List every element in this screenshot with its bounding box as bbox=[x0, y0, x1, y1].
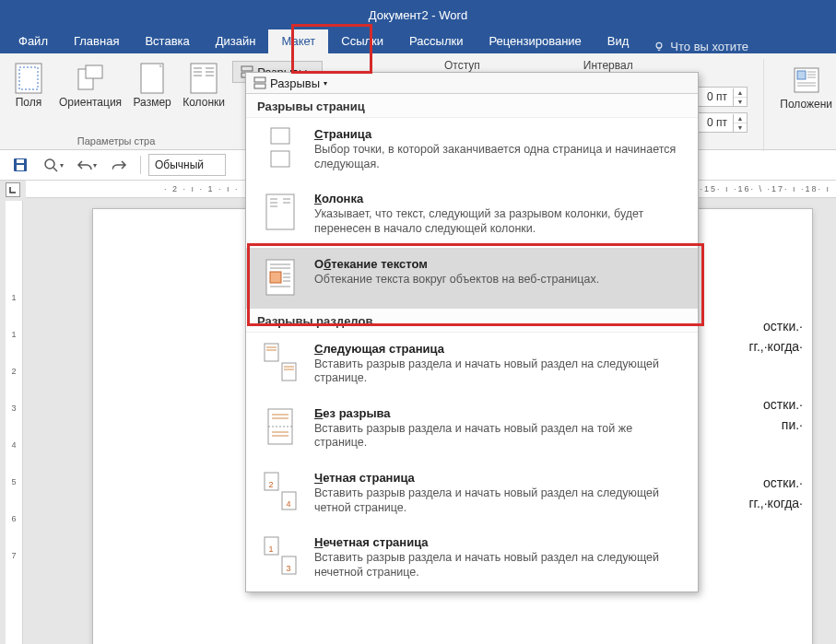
svg-rect-46 bbox=[282, 363, 296, 381]
tell-me-label: Что вы хотите bbox=[670, 40, 748, 53]
tab-file[interactable]: Файл bbox=[6, 29, 61, 53]
menu-item-title: Обтекание текстом bbox=[314, 257, 599, 271]
menu-item-page-break[interactable]: Страница Выбор точки, в которой заканчив… bbox=[246, 118, 698, 182]
tab-layout[interactable]: Макет bbox=[268, 29, 328, 53]
window-title-bar: Документ2 - Word bbox=[0, 0, 836, 29]
text-wrapping-icon bbox=[263, 257, 298, 298]
margins-icon bbox=[13, 63, 44, 94]
menu-item-description: Вставить разрыв раздела и начать новый р… bbox=[314, 422, 683, 451]
tab-review[interactable]: Рецензирование bbox=[476, 29, 594, 53]
style-selector[interactable]: Обычный bbox=[148, 154, 226, 176]
tell-me-search[interactable]: Что вы хотите bbox=[642, 40, 748, 53]
document-visible-text: остки.· гг.,·когда· остки.· пи.· остки.·… bbox=[748, 316, 803, 513]
redo-button[interactable] bbox=[107, 154, 133, 176]
menu-item-description: Указывает, что текст, следующий за разры… bbox=[314, 207, 683, 236]
orientation-icon bbox=[75, 63, 106, 94]
menu-item-even-page-section[interactable]: 24 Четная страница Вставить разрыв разде… bbox=[246, 462, 698, 526]
menu-item-description: Обтекание текста вокруг объектов на веб-… bbox=[314, 273, 599, 287]
svg-rect-13 bbox=[241, 66, 253, 71]
redo-icon bbox=[112, 158, 127, 171]
continuous-section-icon bbox=[263, 406, 298, 447]
size-icon bbox=[136, 63, 168, 94]
svg-text:1: 1 bbox=[268, 544, 273, 554]
svg-rect-30 bbox=[271, 151, 289, 167]
size-button[interactable]: Размер bbox=[131, 57, 173, 109]
even-page-section-icon: 24 bbox=[263, 471, 298, 511]
svg-rect-23 bbox=[17, 159, 24, 163]
menu-item-title: Следующая страница bbox=[314, 342, 683, 356]
page-breaks-section-header: Разрывы страниц bbox=[246, 94, 698, 118]
page-break-icon bbox=[263, 127, 298, 168]
menu-item-odd-page-section[interactable]: 13 Нечетная страница Вставить разрыв раз… bbox=[246, 526, 698, 591]
page-setup-group-caption: Параметры стра bbox=[77, 135, 155, 146]
menu-item-next-page-section[interactable]: Следующая страница Вставить разрыв разде… bbox=[246, 333, 698, 397]
menu-item-title: Колонка bbox=[314, 192, 683, 205]
tab-home[interactable]: Главная bbox=[61, 29, 132, 53]
menu-item-description: Вставить разрыв раздела и начать новый р… bbox=[314, 551, 683, 580]
style-selector-value: Обычный bbox=[155, 158, 204, 171]
chevron-down-icon: ▾ bbox=[60, 161, 64, 170]
menu-item-title: Нечетная страница bbox=[314, 535, 683, 549]
column-break-icon bbox=[263, 192, 298, 232]
tab-stop-selector[interactable] bbox=[6, 182, 20, 197]
tab-insert[interactable]: Вставка bbox=[132, 29, 202, 53]
svg-text:4: 4 bbox=[286, 499, 290, 509]
save-button[interactable] bbox=[7, 154, 33, 176]
breaks-dropdown-menu: Разрывы ▾ Разрывы страниц Страница Выбор… bbox=[245, 72, 699, 592]
print-preview-button[interactable]: ▾ bbox=[41, 154, 66, 176]
svg-point-0 bbox=[656, 42, 662, 48]
menu-item-continuous-section[interactable]: Без разрыва Вставить разрыв раздела и на… bbox=[246, 397, 698, 462]
svg-rect-31 bbox=[266, 194, 294, 229]
orientation-label: Ориентация bbox=[59, 96, 122, 109]
undo-icon bbox=[77, 158, 93, 171]
columns-button[interactable]: Колонки bbox=[183, 57, 225, 109]
svg-text:3: 3 bbox=[286, 564, 290, 573]
margins-label: Поля bbox=[16, 96, 42, 109]
menu-item-text-wrapping-break[interactable]: Обтекание текстом Обтекание текста вокру… bbox=[246, 248, 698, 309]
svg-line-26 bbox=[53, 168, 57, 171]
menu-item-description: Выбор точки, в которой заканчивается одн… bbox=[314, 143, 683, 171]
position-label: Положени bbox=[780, 98, 832, 111]
svg-rect-28 bbox=[254, 84, 265, 88]
menu-item-title: Четная страница bbox=[314, 471, 683, 485]
ruler-segment-left: · 2 · ı · 1 · ı · bbox=[164, 184, 240, 193]
position-icon bbox=[791, 64, 822, 96]
position-button[interactable]: Положени bbox=[780, 59, 832, 111]
tab-references[interactable]: Ссылки bbox=[328, 29, 396, 53]
menu-item-title: Без разрыва bbox=[314, 406, 683, 420]
size-label: Размер bbox=[134, 96, 171, 109]
next-page-section-icon bbox=[263, 342, 298, 382]
svg-rect-29 bbox=[271, 128, 289, 144]
svg-rect-38 bbox=[270, 272, 281, 283]
lightbulb-icon bbox=[653, 41, 665, 53]
ribbon-tabs: Файл Главная Вставка Дизайн Макет Ссылки… bbox=[0, 29, 836, 53]
chevron-down-icon: ▾ bbox=[324, 79, 327, 88]
undo-button[interactable]: ▾ bbox=[74, 154, 100, 176]
menu-item-description: Вставить разрыв раздела и начать новый р… bbox=[314, 357, 683, 386]
svg-rect-4 bbox=[86, 65, 102, 78]
svg-point-25 bbox=[45, 159, 54, 169]
orientation-button[interactable]: Ориентация bbox=[59, 57, 122, 109]
save-icon bbox=[13, 158, 28, 172]
document-title: Документ2 - Word bbox=[369, 8, 467, 22]
svg-rect-16 bbox=[797, 71, 806, 79]
tab-mailings[interactable]: Рассылки bbox=[396, 29, 476, 53]
menu-item-column-break[interactable]: Колонка Указывает, что текст, следующий … bbox=[246, 182, 698, 247]
margins-button[interactable]: Поля bbox=[7, 57, 50, 109]
breaks-menu-header: Разрывы ▾ bbox=[246, 73, 698, 94]
menu-item-description: Вставить разрыв раздела и начать новый р… bbox=[314, 486, 683, 515]
columns-label: Колонки bbox=[183, 96, 225, 109]
svg-rect-45 bbox=[265, 344, 278, 361]
menu-item-title: Страница bbox=[314, 127, 683, 141]
breaks-icon bbox=[253, 76, 266, 89]
section-breaks-section-header: Разрывы разделов bbox=[246, 309, 698, 333]
spinner-arrows[interactable]: ▲▼ bbox=[733, 114, 747, 132]
tab-view[interactable]: Вид bbox=[595, 29, 642, 53]
columns-icon bbox=[188, 63, 219, 94]
spinner-arrows[interactable]: ▲▼ bbox=[733, 88, 747, 106]
svg-text:2: 2 bbox=[268, 480, 273, 489]
odd-page-section-icon: 13 bbox=[263, 535, 298, 576]
chevron-down-icon: ▾ bbox=[93, 161, 97, 170]
vertical-ruler[interactable]: 1 1 2 3 4 5 6 7 bbox=[6, 201, 23, 644]
tab-design[interactable]: Дизайн bbox=[203, 29, 269, 53]
